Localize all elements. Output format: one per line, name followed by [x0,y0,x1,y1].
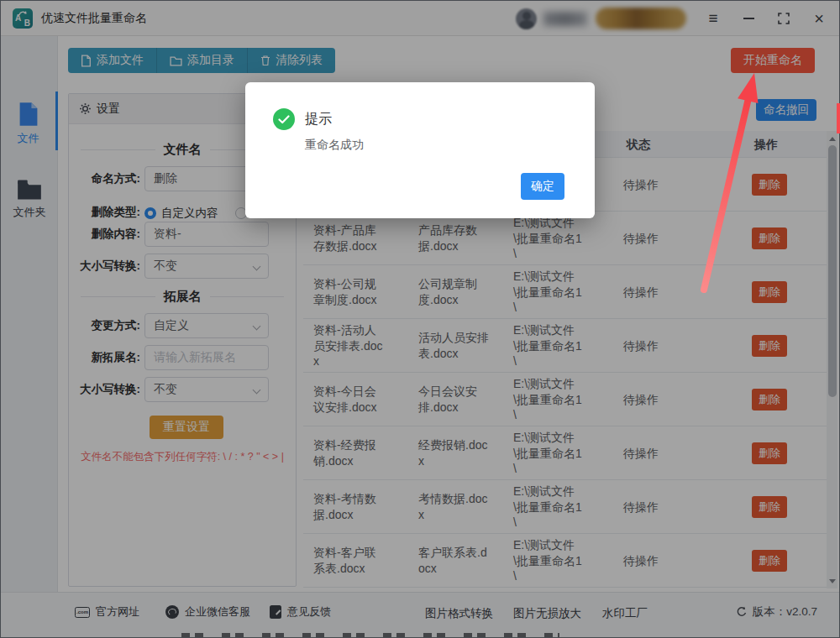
success-check-icon [273,108,295,130]
dialog-title: 提示 [305,111,332,128]
dialog-message: 重命名成功 [305,138,364,153]
red-edge-sliver [837,103,840,133]
dialog-ok-button[interactable]: 确定 [521,173,564,200]
